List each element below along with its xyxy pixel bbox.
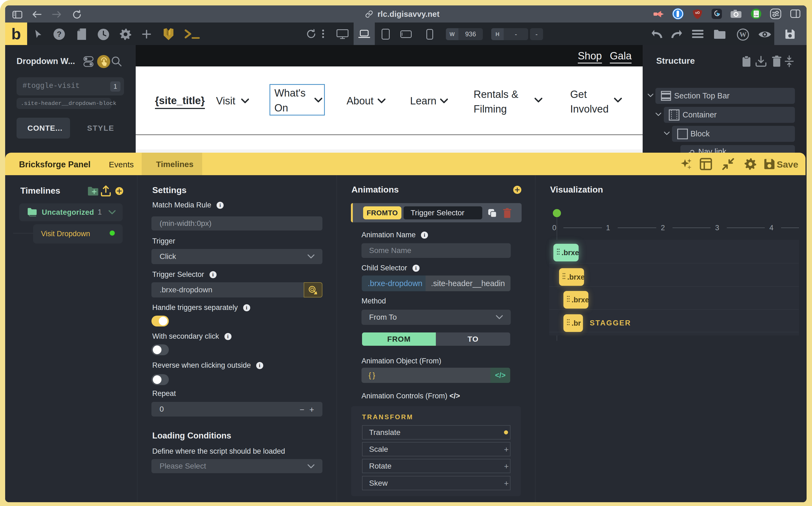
- svg-text:W: W: [740, 31, 747, 38]
- svg-text:uO: uO: [695, 11, 700, 15]
- svg-text:CSV: CSV: [754, 14, 758, 17]
